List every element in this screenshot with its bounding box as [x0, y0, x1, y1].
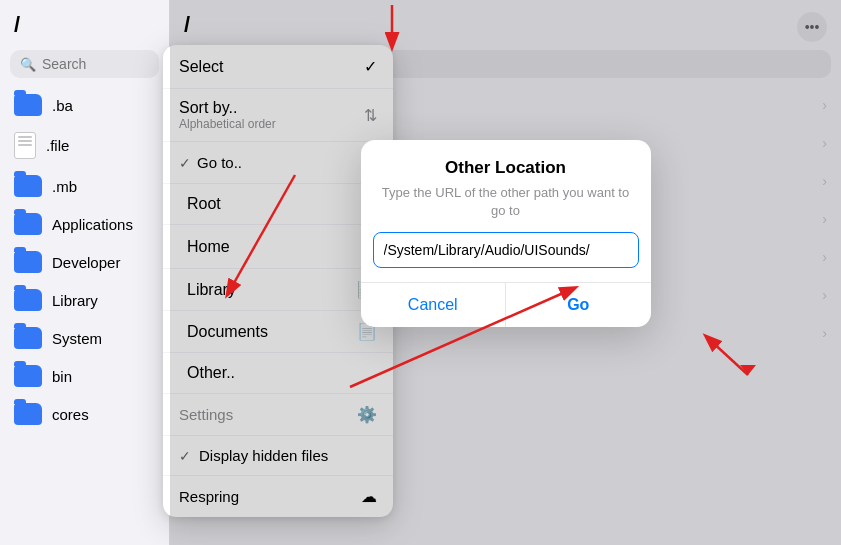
- list-item[interactable]: bin: [0, 357, 169, 395]
- folder-icon: [14, 213, 42, 235]
- list-item[interactable]: Developer: [0, 243, 169, 281]
- folder-icon: [14, 251, 42, 273]
- folder-icon: [14, 175, 42, 197]
- dialog-title: Other Location: [361, 140, 651, 184]
- list-item[interactable]: .mb: [0, 167, 169, 205]
- left-panel-title: /: [14, 12, 20, 38]
- dialog-subtitle: Type the URL of the other path you want …: [361, 184, 651, 232]
- list-item[interactable]: Applications: [0, 205, 169, 243]
- left-panel: / 🔍 .ba .file .mb Applications Developer…: [0, 0, 170, 545]
- list-item[interactable]: .ba: [0, 86, 169, 124]
- list-item[interactable]: System: [0, 319, 169, 357]
- left-search-input[interactable]: [42, 56, 149, 72]
- folder-icon: [14, 327, 42, 349]
- dialog-input-wrap[interactable]: [373, 232, 639, 268]
- cancel-button[interactable]: Cancel: [361, 283, 507, 327]
- list-item[interactable]: .file: [0, 124, 169, 167]
- doc-icon: [14, 132, 36, 159]
- folder-icon: [14, 365, 42, 387]
- go-button[interactable]: Go: [506, 283, 651, 327]
- folder-icon: [14, 403, 42, 425]
- left-search-bar[interactable]: 🔍: [10, 50, 159, 78]
- left-file-list: .ba .file .mb Applications Developer Lib…: [0, 86, 169, 545]
- dialog-backdrop: Other Location Type the URL of the other…: [170, 0, 841, 545]
- list-item[interactable]: cores: [0, 395, 169, 433]
- list-item[interactable]: Library: [0, 281, 169, 319]
- other-location-dialog: Other Location Type the URL of the other…: [361, 140, 651, 327]
- folder-icon: [14, 94, 42, 116]
- folder-icon: [14, 289, 42, 311]
- dialog-buttons: Cancel Go: [361, 282, 651, 327]
- left-panel-header: /: [0, 0, 169, 46]
- dialog-path-input[interactable]: [384, 242, 628, 258]
- left-search-icon: 🔍: [20, 57, 36, 72]
- right-panel: ••• / 🔍 .ba › .mb › Applications Library: [170, 0, 841, 545]
